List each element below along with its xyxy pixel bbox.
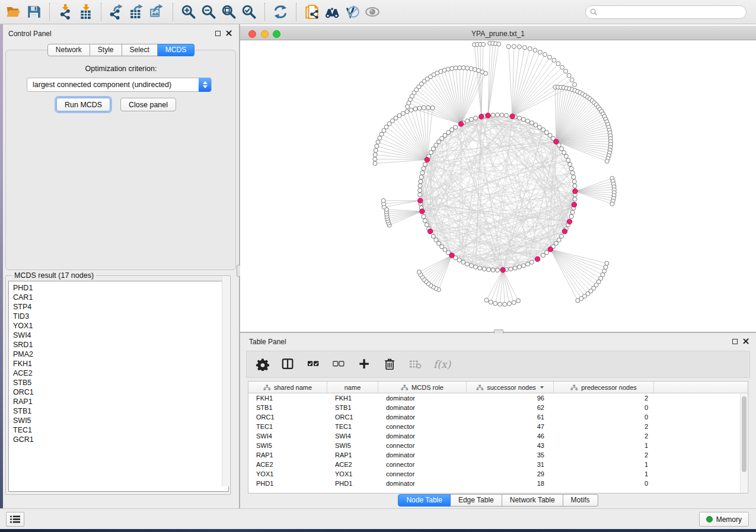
cell-name: SWI4	[327, 431, 378, 441]
save-icon[interactable]	[24, 2, 44, 21]
network-canvas[interactable]	[241, 41, 756, 332]
mcds-result-item[interactable]: FKH1	[13, 359, 228, 368]
mcds-result-item[interactable]: ACE2	[13, 368, 228, 378]
tab-select[interactable]: Select	[122, 44, 158, 56]
column-header-shared-name[interactable]: shared name	[248, 382, 327, 393]
open-folder-icon[interactable]	[4, 2, 24, 21]
import-network-icon[interactable]	[55, 2, 75, 21]
eye-icon[interactable]	[362, 2, 382, 21]
mcds-result-item[interactable]: CAR1	[13, 293, 228, 302]
table-row[interactable]: STB1STB1dominator620	[248, 403, 748, 412]
zoom-selected-icon[interactable]	[239, 2, 259, 21]
cell-MCDS-role: dominator	[378, 431, 467, 441]
tab-edge-table[interactable]: Edge Table	[451, 494, 502, 507]
gear-icon[interactable]	[255, 357, 270, 372]
hide-details-icon[interactable]	[342, 2, 362, 21]
cell-predecessor-nodes: 2	[554, 450, 654, 460]
cell-shared-name: TEC1	[248, 422, 327, 431]
table-scrollbar-thumb[interactable]	[742, 396, 747, 472]
mcds-result-item[interactable]: PHD1	[13, 283, 228, 293]
tab-node-table[interactable]: Node Table	[398, 494, 451, 507]
export-table-icon[interactable]	[127, 2, 147, 21]
mcds-result-item[interactable]: SWI4	[13, 331, 228, 340]
zoom-fit-icon[interactable]	[219, 2, 239, 21]
cell-name: STB1	[327, 403, 378, 412]
table-row[interactable]: PHD1PHD1dominator180	[248, 479, 748, 488]
export-network-icon[interactable]	[107, 2, 127, 21]
tab-motifs[interactable]: Motifs	[563, 494, 598, 507]
close-panel-button[interactable]: Close panel	[120, 98, 176, 111]
cell-shared-name: ORC1	[248, 412, 327, 422]
share-document-icon[interactable]	[302, 2, 322, 21]
plus-icon[interactable]	[357, 357, 372, 372]
cell-name: ORC1	[327, 412, 378, 422]
mcds-result-item[interactable]: PMA2	[13, 350, 228, 359]
table-row[interactable]: FKH1FKH1dominator962	[248, 393, 748, 403]
mcds-result-item[interactable]: SRD1	[13, 340, 228, 350]
table-panel-title: Table Panel	[249, 338, 286, 346]
cell-name: FKH1	[327, 393, 378, 403]
table-header-row: shared namenameMCDS rolesuccessor nodesp…	[248, 382, 748, 393]
close-panel-icon[interactable]	[226, 30, 232, 36]
cell-name: YOX1	[327, 469, 378, 479]
float-panel-icon[interactable]	[215, 31, 221, 36]
cell-MCDS-role: connector	[378, 441, 467, 450]
run-mcds-button[interactable]: Run MCDS	[56, 98, 110, 111]
cell-predecessor-nodes: 1	[554, 441, 654, 450]
mcds-result-item[interactable]: STB1	[13, 406, 228, 416]
refresh-icon[interactable]	[270, 2, 291, 21]
mcds-list-scrollbar[interactable]	[222, 277, 229, 486]
table-row[interactable]: TEC1TEC1connector472	[248, 422, 748, 431]
tab-style[interactable]: Style	[90, 44, 122, 56]
table-row[interactable]: ORC1ORC1dominator610	[248, 412, 748, 422]
table-tabs: Node TableEdge TableNetwork TableMotifs	[240, 494, 756, 507]
tab-network-table[interactable]: Network Table	[502, 494, 563, 507]
close-table-panel-icon[interactable]	[743, 338, 749, 344]
check-pair-icon[interactable]	[306, 357, 321, 372]
zoom-in-icon[interactable]	[178, 2, 199, 21]
binoculars-icon[interactable]	[322, 2, 342, 21]
table-row[interactable]: YOX1YOX1connector291	[248, 469, 748, 479]
memory-button[interactable]: Memory	[699, 512, 749, 527]
mcds-result-item[interactable]: SWI5	[13, 416, 228, 425]
mcds-result-item[interactable]: GCR1	[13, 435, 228, 444]
table-row[interactable]: SWI5SWI5connector431	[248, 441, 748, 450]
table-row[interactable]: SWI4SWI4dominator462	[248, 431, 748, 441]
cell-shared-name: SWI5	[248, 441, 327, 450]
table-scrollbar[interactable]	[740, 394, 747, 493]
trash-icon[interactable]	[382, 357, 398, 372]
mcds-result-item[interactable]: YOX1	[13, 321, 228, 331]
network-graph[interactable]	[241, 41, 756, 332]
task-history-button[interactable]	[6, 512, 24, 527]
mcds-result-item[interactable]: ORC1	[13, 387, 228, 397]
uncheck-pair-icon[interactable]	[331, 357, 347, 372]
table-row[interactable]: ACE2ACE2connector311	[248, 460, 748, 469]
cell-shared-name: YOX1	[248, 469, 327, 479]
tab-network[interactable]: Network	[47, 44, 90, 56]
mcds-result-item[interactable]: STP4	[13, 302, 228, 312]
column-header-predecessor-nodes[interactable]: predecessor nodes	[554, 382, 654, 393]
column-header-successor-nodes[interactable]: successor nodes	[467, 382, 554, 393]
optimization-label: Optimization criterion:	[3, 65, 239, 73]
cell-shared-name: STB1	[248, 403, 327, 412]
cell-predecessor-nodes: 1	[554, 469, 654, 479]
optimization-select[interactable]: largest connected component (undirected)	[27, 78, 212, 92]
export-image-icon[interactable]	[147, 2, 167, 21]
zoom-out-icon[interactable]	[199, 2, 219, 21]
tab-mcds[interactable]: MCDS	[158, 44, 194, 56]
import-table-icon[interactable]	[75, 2, 95, 21]
cell-predecessor-nodes: 1	[554, 460, 654, 469]
column-header-name[interactable]: name	[327, 382, 378, 393]
float-table-panel-icon[interactable]	[732, 339, 738, 344]
mcds-result-item[interactable]: STB5	[13, 378, 228, 387]
cell-successor-nodes: 62	[467, 403, 554, 412]
mcds-result-item[interactable]: RAP1	[13, 397, 228, 406]
column-header-MCDS-role[interactable]: MCDS role	[378, 382, 467, 393]
search-field[interactable]	[585, 5, 747, 19]
table-row[interactable]: RAP1RAP1dominator352	[248, 450, 748, 460]
mcds-result-item[interactable]: TID3	[13, 312, 228, 321]
mcds-result-item[interactable]: TEC1	[13, 425, 228, 435]
search-input[interactable]	[598, 7, 746, 18]
columns-icon[interactable]	[280, 357, 296, 372]
mcds-result-list[interactable]: PHD1CAR1STP4TID3YOX1SWI4SRD1PMA2FKH1ACE2…	[8, 281, 229, 492]
